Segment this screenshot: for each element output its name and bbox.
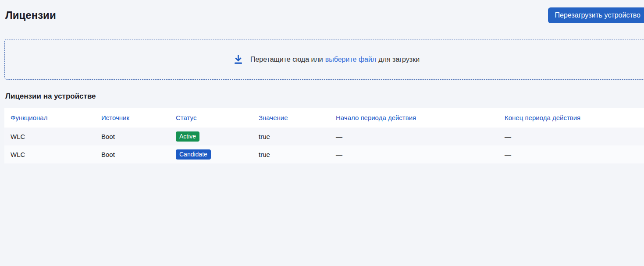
page-title: Лицензии — [4, 9, 56, 21]
column-header-period-end[interactable]: Конец периода действия — [498, 108, 644, 128]
licenses-table: Функционал Источник Статус Значение Нача… — [4, 108, 644, 163]
topbar: Лицензии Перезагрузить устройство — [4, 7, 644, 24]
column-header-functional[interactable]: Функционал — [4, 108, 95, 128]
column-header-source[interactable]: Источник — [95, 108, 170, 128]
licenses-page: Лицензии Перезагрузить устройство Перета… — [0, 0, 644, 163]
table-row: WLC Boot Active true — — — [4, 128, 644, 145]
cell-functional: WLC — [4, 128, 95, 145]
dropzone-text: Перетащите сюда или выберите файл для за… — [250, 56, 420, 64]
cell-period-start: — — [330, 145, 498, 163]
file-dropzone[interactable]: Перетащите сюда или выберите файл для за… — [4, 39, 644, 80]
cell-status: Candidate — [170, 145, 253, 163]
cell-functional: WLC — [4, 145, 95, 163]
cell-source: Boot — [95, 128, 170, 145]
table-row: WLC Boot Candidate true — — — [4, 145, 644, 163]
cell-value: true — [253, 128, 330, 145]
section-title: Лицензии на устройстве — [4, 92, 644, 101]
table-body: WLC Boot Active true — — WLC Boot Candid… — [4, 128, 644, 163]
status-badge-active: Active — [176, 131, 199, 142]
status-badge-candidate: Candidate — [176, 149, 211, 160]
cell-source: Boot — [95, 145, 170, 163]
table-header-row: Функционал Источник Статус Значение Нача… — [4, 108, 644, 128]
cell-period-start: — — [330, 128, 498, 145]
column-header-value[interactable]: Значение — [253, 108, 330, 128]
cell-period-end: — — [498, 145, 644, 163]
cell-period-end: — — [498, 128, 644, 145]
download-icon — [232, 53, 244, 65]
cell-value: true — [253, 145, 330, 163]
choose-file-link[interactable]: выберите файл — [325, 56, 377, 64]
dropzone-text-suffix: для загрузки — [378, 56, 420, 64]
table-header: Функционал Источник Статус Значение Нача… — [4, 108, 644, 128]
column-header-status[interactable]: Статус — [170, 108, 253, 128]
cell-status: Active — [170, 128, 253, 145]
dropzone-text-prefix: Перетащите сюда или — [250, 56, 323, 64]
column-header-period-start[interactable]: Начало периода действия — [330, 108, 498, 128]
reload-device-button[interactable]: Перезагрузить устройство — [548, 7, 644, 23]
